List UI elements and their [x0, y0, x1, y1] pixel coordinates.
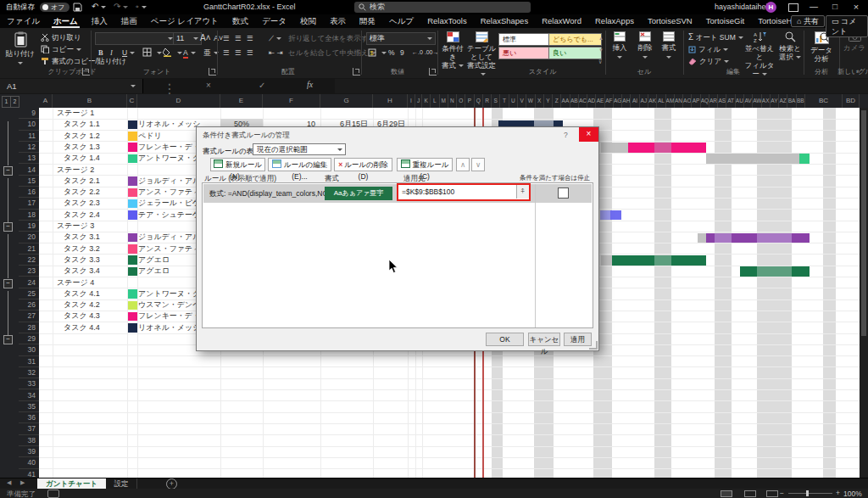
- column-header-AK[interactable]: AK: [648, 94, 657, 108]
- column-header-AM[interactable]: AM: [666, 94, 675, 108]
- ribbon-tab-12[interactable]: RelaxShapes: [474, 14, 536, 28]
- member-name-row17[interactable]: ジェラール・ピケ: [138, 198, 200, 209]
- format-cells-button[interactable]: 書式: [658, 31, 680, 60]
- column-header-P[interactable]: P: [465, 94, 474, 108]
- duplicate-rule-button[interactable]: 重複ルール(C): [397, 158, 453, 171]
- zoom-in-icon[interactable]: +: [836, 489, 840, 497]
- task-label-row14[interactable]: ステージ 2: [57, 165, 94, 176]
- member-name-row26[interactable]: ウスマン・デンベ: [138, 299, 200, 311]
- member-name-row18[interactable]: テア・シュテーゲ: [138, 210, 200, 221]
- row-header-32[interactable]: 32: [19, 367, 39, 378]
- row-header-14[interactable]: 14: [19, 165, 39, 176]
- column-header-E[interactable]: E: [220, 94, 263, 108]
- column-header-W[interactable]: W: [526, 94, 535, 108]
- column-header-A[interactable]: A: [39, 94, 53, 108]
- column-header-AA[interactable]: AA: [561, 94, 570, 108]
- collapse-ribbon-icon[interactable]: ˄: [856, 67, 860, 77]
- task-label-row27[interactable]: タスク 4.3: [64, 311, 100, 322]
- ribbon-tab-6[interactable]: データ: [255, 14, 293, 28]
- accessibility-icon[interactable]: [47, 490, 59, 498]
- row-header-22[interactable]: 22: [19, 255, 39, 266]
- applies-to-field[interactable]: =$K$9:$BB$100 ⍏: [397, 183, 531, 201]
- row-header-34[interactable]: 34: [19, 390, 39, 401]
- grow-font-button[interactable]: A˄: [200, 33, 211, 43]
- ribbon-tab-11[interactable]: RelaxTools: [420, 14, 473, 28]
- task-label-row10[interactable]: タスク 1.1: [64, 119, 100, 130]
- member-name-row11[interactable]: ペドリ: [138, 131, 162, 142]
- comma-button[interactable]: 9: [400, 48, 404, 58]
- autosum-button[interactable]: Σ オート SUM: [688, 32, 743, 42]
- task-label-row26[interactable]: タスク 4.2: [64, 299, 100, 311]
- member-name-row12[interactable]: フレンキー・デ・: [138, 142, 200, 153]
- task-label-row18[interactable]: タスク 2.4: [64, 210, 100, 221]
- column-header-AU[interactable]: AU: [736, 94, 744, 108]
- ribbon-tab-1[interactable]: ホーム: [47, 14, 85, 28]
- row-header-25[interactable]: 25: [19, 288, 39, 299]
- copy-button[interactable]: コピー: [41, 44, 81, 54]
- column-header-AX[interactable]: AX: [762, 94, 771, 108]
- gallery-scroll-down[interactable]: ▼: [598, 45, 604, 55]
- row-header-38[interactable]: 38: [19, 435, 39, 446]
- task-label-row20[interactable]: タスク 3.1: [64, 232, 100, 243]
- row-header-20[interactable]: 20: [19, 232, 39, 243]
- alignment-launcher-icon[interactable]: [353, 68, 360, 76]
- row-header-28[interactable]: 28: [19, 322, 39, 333]
- ribbon-tab-2[interactable]: 挿入: [85, 14, 114, 28]
- row-header-11[interactable]: 11: [19, 131, 39, 142]
- clear-button[interactable]: クリア: [688, 56, 729, 66]
- task-label-row25[interactable]: タスク 4.1: [64, 288, 100, 299]
- task-label-row22[interactable]: タスク 3.3: [64, 255, 100, 266]
- task-label-row23[interactable]: タスク 3.4: [64, 266, 100, 277]
- style-gallery-item-2[interactable]: 悪い: [498, 47, 552, 59]
- task-label-row13[interactable]: タスク 1.4: [64, 153, 100, 164]
- row-header-17[interactable]: 17: [19, 198, 39, 209]
- font-size-combo[interactable]: 11: [173, 32, 202, 45]
- member-name-row28[interactable]: リオネル・メッシ: [138, 322, 200, 333]
- outline-collapse-button-0[interactable]: −: [3, 166, 13, 176]
- zoom-out-icon[interactable]: −: [780, 489, 784, 497]
- close-button[interactable]: ×: [848, 0, 865, 14]
- ribbon-tab-15[interactable]: TortoiseSVN: [641, 14, 699, 28]
- undo-icon[interactable]: ↶: [92, 2, 106, 11]
- dialog-close-button[interactable]: ×: [579, 127, 598, 142]
- outline-collapse-button-1[interactable]: −: [3, 222, 13, 232]
- member-name-row15[interactable]: ジョルディ・アル: [138, 176, 200, 187]
- column-header-X[interactable]: X: [536, 94, 544, 108]
- move-rule-down-button[interactable]: ∨: [471, 158, 485, 171]
- currency-button[interactable]: $: [368, 48, 387, 58]
- edit-rule-button[interactable]: ルールの編集(E)...: [268, 158, 331, 171]
- task-label-row21[interactable]: タスク 3.2: [64, 243, 100, 255]
- column-header-AJ[interactable]: AJ: [640, 94, 648, 108]
- minimize-button[interactable]: —: [805, 0, 822, 14]
- row-header-29[interactable]: 29: [19, 333, 39, 344]
- column-header-BA[interactable]: BA: [787, 94, 796, 108]
- delete-rule-button[interactable]: ×ルールの削除(D): [334, 158, 392, 171]
- column-header-AP[interactable]: AP: [692, 94, 700, 108]
- percent-button[interactable]: %: [388, 48, 395, 58]
- sheet-nav-left-icon[interactable]: ◀: [7, 479, 11, 486]
- row-header-10[interactable]: 10: [19, 119, 39, 130]
- outline-collapse-button-3[interactable]: −: [3, 335, 13, 344]
- vertical-align-buttons[interactable]: ☰ ☰ ☰: [223, 33, 255, 43]
- column-header-F[interactable]: F: [263, 94, 320, 108]
- normal-view-icon[interactable]: [721, 490, 732, 497]
- paste-button[interactable]: 貼り付け: [5, 31, 36, 66]
- member-name-row16[interactable]: アンス・ファティ: [138, 187, 200, 198]
- task-label-row12[interactable]: タスク 1.3: [64, 142, 100, 153]
- conditional-formatting-button[interactable]: 条件付き書式: [439, 31, 466, 70]
- row-header-36[interactable]: 36: [19, 412, 39, 423]
- vertical-scrollbar-thumb[interactable]: [861, 110, 866, 336]
- underline-button[interactable]: U: [122, 48, 135, 58]
- column-header-K[interactable]: K: [422, 94, 431, 108]
- fill-color-button[interactable]: [163, 48, 182, 58]
- column-header-M[interactable]: M: [440, 94, 448, 108]
- task-label-row24[interactable]: ステージ 4: [57, 277, 94, 288]
- zoom-slider-thumb[interactable]: [806, 490, 809, 496]
- redo-icon[interactable]: ↷: [114, 2, 128, 11]
- decimal-buttons[interactable]: ←.0 .00→: [412, 48, 439, 58]
- column-header-AV[interactable]: AV: [744, 94, 753, 108]
- column-header-AY[interactable]: AY: [771, 94, 779, 108]
- ribbon-tab-8[interactable]: 表示: [323, 14, 353, 28]
- column-header-C[interactable]: C: [127, 94, 137, 108]
- stop-if-true-checkbox[interactable]: [558, 187, 569, 199]
